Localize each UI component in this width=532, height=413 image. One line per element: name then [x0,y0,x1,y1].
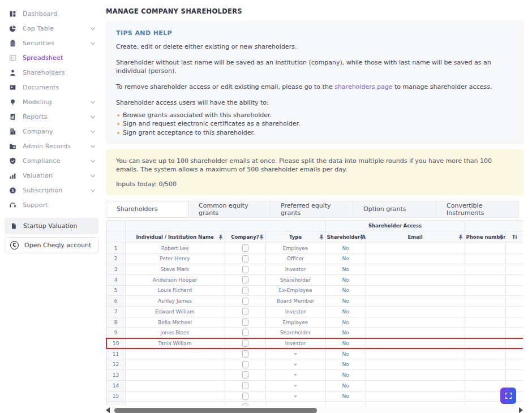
cell-name[interactable] [125,359,225,370]
cell-name[interactable]: Anderson Hooper [125,274,225,285]
cell-extra[interactable] [505,328,523,338]
cell-type[interactable] [265,380,325,391]
cell-extra[interactable] [505,274,523,285]
sidebar-item-support[interactable]: Support [0,197,103,212]
cell-extra[interactable] [505,243,523,253]
cell-access[interactable]: No [325,380,366,391]
cell-email[interactable] [366,296,465,307]
cell-type[interactable]: Employee [265,243,325,253]
cell-phone[interactable] [465,296,505,307]
cell-extra[interactable] [505,359,523,370]
tab-common-equity-grants[interactable]: Common equity grants [188,201,271,218]
cell-extra[interactable] [505,349,523,359]
sidebar-item-admin-records[interactable]: Admin Records [0,139,103,153]
cell-type[interactable] [265,370,325,381]
cell-name[interactable]: Peter Henry [125,253,225,264]
cell-name[interactable]: Jones Blaze [125,328,225,338]
cell-type[interactable]: Employee [265,317,325,328]
cell-name[interactable]: Ashley James [125,296,225,307]
cell-access[interactable]: No [325,264,366,275]
cell-name[interactable] [125,402,225,406]
cell-phone[interactable] [465,349,505,359]
scrollbar-thumb[interactable] [114,408,317,413]
cell-phone[interactable] [465,274,505,285]
company-checkbox[interactable] [242,244,248,252]
cell-phone[interactable] [465,328,505,338]
pin-icon[interactable] [458,234,463,242]
sidebar-item-documents[interactable]: Documents [0,80,103,94]
cell-email[interactable] [366,307,465,317]
cell-phone[interactable] [465,380,505,391]
cell-phone[interactable] [465,391,505,402]
cell-phone[interactable] [465,359,505,370]
cell-access[interactable]: No [325,317,366,328]
cell-name[interactable]: Louis Richard [125,285,225,296]
cell-phone[interactable] [465,243,505,253]
company-checkbox[interactable] [242,266,248,273]
cell-name[interactable] [125,391,225,402]
cell-type[interactable]: Shareholder [265,328,325,338]
company-checkbox[interactable] [242,339,248,347]
company-checkbox[interactable] [242,350,248,358]
shareholders-page-link[interactable]: shareholders page [334,83,392,91]
company-checkbox[interactable] [242,287,248,294]
company-checkbox[interactable] [242,403,248,406]
company-checkbox[interactable] [242,361,248,368]
pin-icon[interactable] [218,234,223,242]
sidebar-item-reports[interactable]: Reports [0,109,103,124]
cell-type[interactable]: Officer [265,253,325,264]
cell-name[interactable]: Steve Mark [125,264,225,275]
col-header-phone-number[interactable]: Phone number [465,231,505,243]
cell-access[interactable]: No [325,253,366,264]
cell-extra[interactable] [505,338,523,349]
tab-convertible-instruments[interactable]: Convertible Instruments [436,201,519,218]
cell-type[interactable] [265,402,325,406]
pin-icon[interactable] [319,234,324,242]
sidebar-item-startup-valuation[interactable]: Startup Valuation [5,218,98,234]
cell-access[interactable]: No [325,328,366,338]
cell-type[interactable] [265,391,325,402]
cell-email[interactable] [366,285,465,296]
cell-phone[interactable] [465,307,505,317]
company-checkbox[interactable] [242,298,248,305]
cell-extra[interactable] [505,253,523,264]
company-checkbox[interactable] [242,308,248,315]
sidebar-item-company[interactable]: Company [0,124,103,139]
cell-access[interactable]: No [325,296,366,307]
sidebar-item-cap-table[interactable]: Cap Table [0,21,103,36]
cell-extra[interactable] [505,264,523,275]
cell-extra[interactable] [505,307,523,317]
cell-email[interactable] [366,402,465,406]
cell-type[interactable]: Ex-Employee [265,285,325,296]
cell-type[interactable] [265,349,325,359]
cell-extra[interactable] [505,370,523,381]
cell-access[interactable]: No [325,307,366,317]
cell-email[interactable] [366,264,465,275]
cell-extra[interactable] [505,296,523,307]
caret-down-icon[interactable] [294,364,297,366]
cell-type[interactable]: Investor [265,338,325,349]
sidebar-item-compliance[interactable]: Compliance [0,153,103,168]
cell-email[interactable] [366,349,465,359]
cell-email[interactable] [366,274,465,285]
cell-name[interactable]: Edward William [125,307,225,317]
cell-email[interactable] [366,317,465,328]
cell-type[interactable]: Board Member [265,296,325,307]
cell-email[interactable] [366,328,465,338]
cell-email[interactable] [366,370,465,381]
sidebar-item-subscription[interactable]: $ Subscription [0,183,103,197]
cell-access[interactable]: No [325,338,366,349]
col-header-email[interactable]: Email [366,231,465,243]
pin-icon[interactable] [359,234,364,242]
cell-name[interactable]: Tania William [125,338,225,349]
cell-name[interactable]: Bella Micheal [125,317,225,328]
cell-extra[interactable] [505,317,523,328]
caret-down-icon[interactable] [294,385,297,387]
scroll-right-icon[interactable] [519,407,523,413]
col-header-clipped[interactable]: Ti [505,231,523,243]
cell-email[interactable] [366,253,465,264]
sidebar-item-spreadsheet[interactable]: Spreadsheet [0,50,103,65]
cell-email[interactable] [366,380,465,391]
cell-access[interactable]: No [325,243,366,253]
pin-icon[interactable] [499,234,504,242]
